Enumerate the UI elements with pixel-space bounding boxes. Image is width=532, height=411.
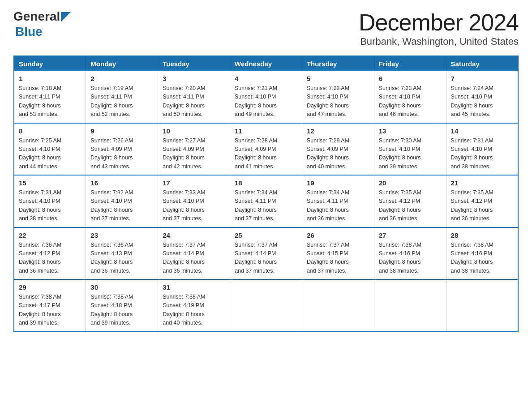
day-info: Sunrise: 7:37 AMSunset: 4:14 PMDaylight:… <box>163 241 225 276</box>
day-number: 28 <box>451 231 513 239</box>
calendar-table: SundayMondayTuesdayWednesdayThursdayFrid… <box>13 56 519 332</box>
calendar-cell: 18Sunrise: 7:34 AMSunset: 4:11 PMDayligh… <box>230 175 302 227</box>
day-number: 27 <box>379 231 442 239</box>
calendar-cell: 22Sunrise: 7:36 AMSunset: 4:12 PMDayligh… <box>14 227 86 280</box>
day-info: Sunrise: 7:32 AMSunset: 4:10 PMDaylight:… <box>90 188 153 223</box>
day-info: Sunrise: 7:29 AMSunset: 4:09 PMDaylight:… <box>307 137 369 171</box>
calendar-cell: 31Sunrise: 7:38 AMSunset: 4:19 PMDayligh… <box>158 279 230 332</box>
calendar-cell <box>446 279 518 332</box>
day-number: 22 <box>19 231 81 239</box>
day-number: 8 <box>19 127 81 135</box>
day-info: Sunrise: 7:30 AMSunset: 4:10 PMDaylight:… <box>379 137 442 171</box>
day-number: 15 <box>19 179 81 187</box>
day-number: 4 <box>235 75 297 82</box>
day-info: Sunrise: 7:19 AMSunset: 4:11 PMDaylight:… <box>90 84 153 119</box>
day-info: Sunrise: 7:28 AMSunset: 4:09 PMDaylight:… <box>235 137 297 171</box>
day-number: 1 <box>19 75 81 82</box>
day-info: Sunrise: 7:34 AMSunset: 4:11 PMDaylight:… <box>307 188 369 223</box>
logo-blue-text: Blue <box>15 24 43 39</box>
calendar-cell: 12Sunrise: 7:29 AMSunset: 4:09 PMDayligh… <box>302 123 374 176</box>
svg-marker-0 <box>61 12 71 22</box>
day-number: 2 <box>90 75 153 82</box>
calendar-cell: 5Sunrise: 7:22 AMSunset: 4:10 PMDaylight… <box>302 71 374 123</box>
weekday-header-row: SundayMondayTuesdayWednesdayThursdayFrid… <box>14 56 518 71</box>
logo-general-text: General <box>13 9 60 24</box>
calendar-cell: 7Sunrise: 7:24 AMSunset: 4:10 PMDaylight… <box>446 71 518 123</box>
day-number: 10 <box>163 127 225 135</box>
day-number: 31 <box>163 283 225 291</box>
weekday-header-tuesday: Tuesday <box>158 56 230 71</box>
calendar-cell: 26Sunrise: 7:37 AMSunset: 4:15 PMDayligh… <box>302 227 374 280</box>
day-number: 12 <box>307 127 369 135</box>
day-number: 30 <box>90 283 153 291</box>
day-number: 21 <box>451 179 513 187</box>
calendar-cell: 24Sunrise: 7:37 AMSunset: 4:14 PMDayligh… <box>158 227 230 280</box>
calendar-week-row: 1Sunrise: 7:18 AMSunset: 4:11 PMDaylight… <box>14 71 518 123</box>
day-info: Sunrise: 7:35 AMSunset: 4:12 PMDaylight:… <box>379 188 442 223</box>
day-info: Sunrise: 7:24 AMSunset: 4:10 PMDaylight:… <box>451 84 513 119</box>
logo-triangle-icon <box>61 12 71 22</box>
day-number: 5 <box>307 75 369 82</box>
calendar-week-row: 29Sunrise: 7:38 AMSunset: 4:17 PMDayligh… <box>14 279 518 332</box>
day-number: 24 <box>163 231 225 239</box>
day-number: 14 <box>451 127 513 135</box>
day-info: Sunrise: 7:23 AMSunset: 4:10 PMDaylight:… <box>379 84 442 119</box>
weekday-header-friday: Friday <box>374 56 446 71</box>
day-number: 20 <box>379 179 442 187</box>
day-info: Sunrise: 7:38 AMSunset: 4:18 PMDaylight:… <box>90 293 153 328</box>
calendar-cell: 14Sunrise: 7:31 AMSunset: 4:10 PMDayligh… <box>446 123 518 176</box>
calendar-cell: 15Sunrise: 7:31 AMSunset: 4:10 PMDayligh… <box>14 175 86 227</box>
calendar-cell: 11Sunrise: 7:28 AMSunset: 4:09 PMDayligh… <box>230 123 302 176</box>
day-info: Sunrise: 7:38 AMSunset: 4:17 PMDaylight:… <box>19 293 81 328</box>
day-number: 16 <box>90 179 153 187</box>
calendar-week-row: 8Sunrise: 7:25 AMSunset: 4:10 PMDaylight… <box>14 123 518 176</box>
day-info: Sunrise: 7:38 AMSunset: 4:16 PMDaylight:… <box>451 241 513 276</box>
calendar-cell: 13Sunrise: 7:30 AMSunset: 4:10 PMDayligh… <box>374 123 446 176</box>
day-number: 26 <box>307 231 369 239</box>
calendar-cell: 19Sunrise: 7:34 AMSunset: 4:11 PMDayligh… <box>302 175 374 227</box>
day-info: Sunrise: 7:33 AMSunset: 4:10 PMDaylight:… <box>163 188 225 223</box>
day-info: Sunrise: 7:25 AMSunset: 4:10 PMDaylight:… <box>19 137 81 171</box>
calendar-cell: 28Sunrise: 7:38 AMSunset: 4:16 PMDayligh… <box>446 227 518 280</box>
page-header: General Blue December 2024 Burbank, Wash… <box>13 9 519 47</box>
calendar-cell: 21Sunrise: 7:35 AMSunset: 4:12 PMDayligh… <box>446 175 518 227</box>
calendar-cell: 29Sunrise: 7:38 AMSunset: 4:17 PMDayligh… <box>14 279 86 332</box>
calendar-subtitle: Burbank, Washington, United States <box>359 36 519 47</box>
calendar-cell: 20Sunrise: 7:35 AMSunset: 4:12 PMDayligh… <box>374 175 446 227</box>
day-number: 29 <box>19 283 81 291</box>
day-info: Sunrise: 7:27 AMSunset: 4:09 PMDaylight:… <box>163 137 225 171</box>
calendar-cell: 2Sunrise: 7:19 AMSunset: 4:11 PMDaylight… <box>86 71 158 123</box>
calendar-cell: 9Sunrise: 7:26 AMSunset: 4:09 PMDaylight… <box>86 123 158 176</box>
day-info: Sunrise: 7:38 AMSunset: 4:16 PMDaylight:… <box>379 241 442 276</box>
weekday-header-saturday: Saturday <box>446 56 518 71</box>
calendar-cell: 6Sunrise: 7:23 AMSunset: 4:10 PMDaylight… <box>374 71 446 123</box>
day-number: 3 <box>163 75 225 82</box>
calendar-week-row: 15Sunrise: 7:31 AMSunset: 4:10 PMDayligh… <box>14 175 518 227</box>
calendar-cell <box>230 279 302 332</box>
day-info: Sunrise: 7:37 AMSunset: 4:14 PMDaylight:… <box>235 241 297 276</box>
calendar-cell: 4Sunrise: 7:21 AMSunset: 4:10 PMDaylight… <box>230 71 302 123</box>
day-number: 6 <box>379 75 442 82</box>
day-number: 23 <box>90 231 153 239</box>
calendar-cell <box>302 279 374 332</box>
day-info: Sunrise: 7:38 AMSunset: 4:19 PMDaylight:… <box>163 293 225 328</box>
day-number: 19 <box>307 179 369 187</box>
weekday-header-wednesday: Wednesday <box>230 56 302 71</box>
day-info: Sunrise: 7:34 AMSunset: 4:11 PMDaylight:… <box>235 188 297 223</box>
day-info: Sunrise: 7:18 AMSunset: 4:11 PMDaylight:… <box>19 84 81 119</box>
calendar-cell: 30Sunrise: 7:38 AMSunset: 4:18 PMDayligh… <box>86 279 158 332</box>
calendar-cell: 3Sunrise: 7:20 AMSunset: 4:11 PMDaylight… <box>158 71 230 123</box>
day-number: 25 <box>235 231 297 239</box>
day-number: 13 <box>379 127 442 135</box>
day-number: 11 <box>235 127 297 135</box>
day-number: 7 <box>451 75 513 82</box>
calendar-cell: 1Sunrise: 7:18 AMSunset: 4:11 PMDaylight… <box>14 71 86 123</box>
day-info: Sunrise: 7:21 AMSunset: 4:10 PMDaylight:… <box>235 84 297 119</box>
day-info: Sunrise: 7:31 AMSunset: 4:10 PMDaylight:… <box>19 188 81 223</box>
day-number: 9 <box>90 127 153 135</box>
calendar-cell: 27Sunrise: 7:38 AMSunset: 4:16 PMDayligh… <box>374 227 446 280</box>
weekday-header-monday: Monday <box>86 56 158 71</box>
day-info: Sunrise: 7:26 AMSunset: 4:09 PMDaylight:… <box>90 137 153 171</box>
day-info: Sunrise: 7:36 AMSunset: 4:13 PMDaylight:… <box>90 241 153 276</box>
weekday-header-thursday: Thursday <box>302 56 374 71</box>
